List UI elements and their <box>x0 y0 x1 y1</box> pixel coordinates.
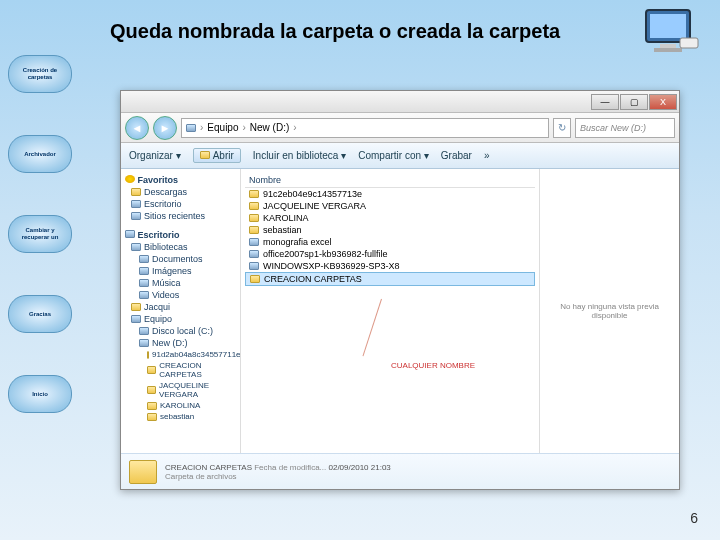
pill-label: Creación de carpetas <box>11 67 69 80</box>
svg-rect-4 <box>680 38 698 48</box>
nav-pill-cambiar[interactable]: Cambiar y recuperar un <box>8 215 72 253</box>
folder-icon <box>249 214 259 222</box>
tree-desktop-section[interactable]: Escritorio <box>125 230 238 240</box>
explorer-window: — ▢ X ◄ ► › Equipo › New (D:) › ↻ Buscar… <box>120 90 680 490</box>
folder-icon <box>249 190 259 198</box>
tree-item-sub2[interactable]: CREACION CARPETAS <box>123 360 238 380</box>
computer-icon <box>131 315 141 323</box>
file-row[interactable]: JACQUELINE VERGARA <box>245 200 535 212</box>
library-icon <box>131 243 141 251</box>
svg-rect-3 <box>654 48 682 52</box>
pill-label: Cambiar y recuperar un <box>11 227 69 240</box>
tree-item-documents[interactable]: Documentos <box>123 253 238 265</box>
refresh-button[interactable]: ↻ <box>553 118 571 138</box>
window-titlebar: — ▢ X <box>121 91 679 113</box>
slide-title: Queda nombrada la carpeta o creada la ca… <box>110 20 560 43</box>
folder-icon <box>139 279 149 287</box>
close-button[interactable]: X <box>649 94 677 110</box>
status-name: CREACION CARPETAS <box>165 463 252 472</box>
tree-item-computer[interactable]: Equipo <box>123 313 238 325</box>
tree-item-videos[interactable]: Videos <box>123 289 238 301</box>
forward-button[interactable]: ► <box>153 116 177 140</box>
tree-item-sub1[interactable]: 91d2ab04a8c34557711e <box>123 349 238 360</box>
folder-icon <box>139 255 149 263</box>
large-folder-icon <box>129 460 157 484</box>
desktop-icon <box>125 230 135 238</box>
tree-item-images[interactable]: Imágenes <box>123 265 238 277</box>
file-row[interactable]: sebastian <box>245 224 535 236</box>
tree-item-downloads[interactable]: Descargas <box>123 186 238 198</box>
more-button[interactable]: » <box>484 150 490 161</box>
column-header-name[interactable]: Nombre <box>245 173 535 188</box>
tree-item-sub5[interactable]: sebastian <box>123 411 238 422</box>
folder-icon <box>147 402 157 410</box>
file-name: 91c2eb04e9c14357713e <box>263 189 362 199</box>
tree-item-recent[interactable]: Sitios recientes <box>123 210 238 222</box>
folder-icon <box>139 267 149 275</box>
status-type: Carpeta de archivos <box>165 472 391 481</box>
nav-pill-gracias[interactable]: Gracias <box>8 295 72 333</box>
file-row[interactable]: 91c2eb04e9c14357713e <box>245 188 535 200</box>
breadcrumb-equipo[interactable]: Equipo <box>207 122 238 133</box>
tree-item-libraries[interactable]: Bibliotecas <box>123 241 238 253</box>
page-number: 6 <box>690 510 698 526</box>
tree-item-local-c[interactable]: Disco local (C:) <box>123 325 238 337</box>
organize-menu[interactable]: Organizar ▾ <box>129 150 181 161</box>
tree-item-music[interactable]: Música <box>123 277 238 289</box>
nav-pill-inicio[interactable]: Inicio <box>8 375 72 413</box>
tree-item-sub3[interactable]: JACQUELINE VERGARA <box>123 380 238 400</box>
nav-toolbar: ◄ ► › Equipo › New (D:) › ↻ Buscar New (… <box>121 113 679 143</box>
slide-nav-sidebar: Creación de carpetas Archivador Cambiar … <box>8 55 86 413</box>
svg-rect-1 <box>650 14 686 38</box>
computer-monitor-icon <box>642 8 702 58</box>
nav-pill-creacion[interactable]: Creación de carpetas <box>8 55 72 93</box>
file-name: CREACION CARPETAS <box>264 274 362 284</box>
tree-item-sub4[interactable]: KAROLINA <box>123 400 238 411</box>
excel-file-icon <box>249 238 259 246</box>
folder-icon <box>249 202 259 210</box>
exe-file-icon <box>249 250 259 258</box>
pill-label: Archivador <box>24 151 56 158</box>
annotation-arrow <box>362 299 381 356</box>
exe-file-icon <box>249 262 259 270</box>
include-menu[interactable]: Incluir en biblioteca ▾ <box>253 150 346 161</box>
breadcrumb-drive[interactable]: New (D:) <box>250 122 289 133</box>
preview-pane: No hay ninguna vista previa disponible <box>539 169 679 453</box>
maximize-button[interactable]: ▢ <box>620 94 648 110</box>
file-name: office2007sp1-kb936982-fullfile <box>263 249 387 259</box>
search-input[interactable]: Buscar New (D:) <box>575 118 675 138</box>
tree-item-new-d[interactable]: New (D:) <box>123 337 238 349</box>
file-row[interactable]: WINDOWSXP-KB936929-SP3-X8 <box>245 260 535 272</box>
file-row[interactable]: monografia excel <box>245 236 535 248</box>
file-row[interactable]: KAROLINA <box>245 212 535 224</box>
status-date-label: Fecha de modifica... <box>254 463 326 472</box>
status-date: 02/09/2010 21:03 <box>329 463 391 472</box>
tree-favorites-header[interactable]: Favoritos <box>125 175 238 185</box>
tree-item-desktop[interactable]: Escritorio <box>123 198 238 210</box>
breadcrumb-sep: › <box>200 122 203 133</box>
star-icon <box>125 175 135 183</box>
share-menu[interactable]: Compartir con ▾ <box>358 150 429 161</box>
tree-item-user[interactable]: Jacqui <box>123 301 238 313</box>
open-button[interactable]: Abrir <box>193 148 241 163</box>
burn-button[interactable]: Grabar <box>441 150 472 161</box>
folder-icon <box>131 188 141 196</box>
nav-pill-archivador[interactable]: Archivador <box>8 135 72 173</box>
folder-icon <box>147 366 156 374</box>
file-row-selected[interactable]: CREACION CARPETAS <box>245 272 535 286</box>
drive-icon <box>186 124 196 132</box>
status-bar: CREACION CARPETAS Fecha de modifica... 0… <box>121 453 679 489</box>
folder-icon <box>200 151 210 159</box>
address-bar[interactable]: › Equipo › New (D:) › <box>181 118 549 138</box>
breadcrumb-sep: › <box>293 122 296 133</box>
drive-icon <box>139 339 149 347</box>
svg-rect-2 <box>660 44 676 48</box>
back-button[interactable]: ◄ <box>125 116 149 140</box>
open-label: Abrir <box>213 150 234 161</box>
pill-label: Gracias <box>29 311 51 318</box>
file-name: monografia excel <box>263 237 332 247</box>
file-name: WINDOWSXP-KB936929-SP3-X8 <box>263 261 400 271</box>
minimize-button[interactable]: — <box>591 94 619 110</box>
recent-icon <box>131 212 141 220</box>
file-row[interactable]: office2007sp1-kb936982-fullfile <box>245 248 535 260</box>
